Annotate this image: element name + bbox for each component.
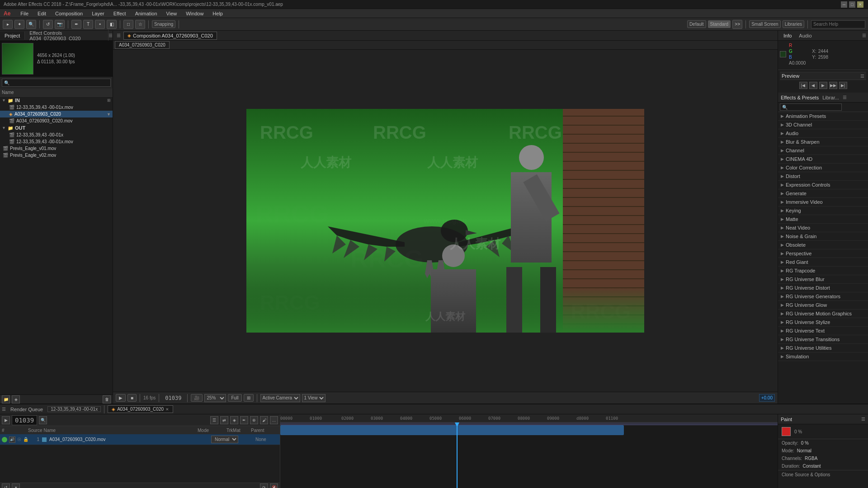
effect-simulation[interactable]: ▶ Simulation <box>778 352 868 361</box>
menu-animation[interactable]: Animation <box>133 10 159 17</box>
item-eagle1[interactable]: 🎬 Previs_Eagle_v01.mov <box>0 145 113 152</box>
workspace-expand[interactable]: >> <box>732 20 742 29</box>
effect-rg-universe-distort[interactable]: ▶ RG Universe Distort <box>778 284 868 292</box>
tool-text[interactable]: T <box>83 20 93 29</box>
render-btn[interactable]: 🎥 <box>191 394 203 402</box>
effect-audio[interactable]: ▶ Audio <box>778 129 868 138</box>
tab-info[interactable]: Info <box>780 32 795 39</box>
tl-motion-btn[interactable]: ◈ <box>230 416 238 424</box>
menu-file[interactable]: File <box>19 10 30 17</box>
effect-rg-universe-text[interactable]: ▶ RG Universe Text <box>778 327 868 335</box>
preview-play-btn[interactable]: ▶ <box>116 394 126 402</box>
menu-view[interactable]: View <box>165 10 179 17</box>
panel-menu-btn[interactable]: ☰ <box>108 33 113 38</box>
prev-last-btn[interactable]: ▶| <box>839 82 847 89</box>
effect-perspective[interactable]: ▶ Perspective <box>778 249 868 258</box>
delete-btn[interactable]: 🗑 <box>103 395 111 404</box>
tl-search-btn[interactable]: 🔍 <box>39 416 47 424</box>
layer-solo-btn[interactable]: ☉ <box>17 437 21 442</box>
prev-forward-btn[interactable]: ▶▶ <box>829 82 837 89</box>
effect-cinema4d[interactable]: ▶ CINEMA 4D <box>778 155 868 164</box>
item-comp[interactable]: ◈ A034_07260903_C020 ▼ <box>0 111 113 117</box>
project-search-input[interactable] <box>2 79 111 87</box>
preview-stop-btn[interactable]: ■ <box>127 394 137 402</box>
effect-generate[interactable]: ▶ Generate <box>778 189 868 198</box>
prev-play-btn[interactable]: ▶ <box>819 82 827 89</box>
tl-play-pause[interactable]: ▶ <box>2 416 10 424</box>
tab-project[interactable]: Project <box>0 32 25 40</box>
effect-rg-universe-generators[interactable]: ▶ RG Universe Generators <box>778 292 868 301</box>
tl-pen-btn[interactable]: ✒ <box>240 416 248 424</box>
tool-move[interactable]: ✦ <box>14 20 24 29</box>
effect-rg-universe-glow[interactable]: ▶ RG Universe Glow <box>778 301 868 310</box>
tab-effect-controls[interactable]: Effect Controls A034_07260903_C020 <box>25 29 108 42</box>
menu-help[interactable]: Help <box>211 10 225 17</box>
playhead[interactable] <box>457 422 458 488</box>
layer-vis-btn[interactable] <box>2 437 7 442</box>
effect-3d-channel[interactable]: ▶ 3D Channel <box>778 121 868 129</box>
tool-shape[interactable]: □ <box>123 20 133 29</box>
tl-mute-btn[interactable]: 🔇 <box>270 483 278 488</box>
tab-composition[interactable]: ◈ Composition A034_07260903_C020 <box>123 32 217 40</box>
item-eagle2[interactable]: 🎬 Previs_Eagle_v02.mov <box>0 152 113 159</box>
menu-edit[interactable]: Edit <box>36 10 48 17</box>
tl-add-marker-btn[interactable]: ▾ <box>12 483 20 488</box>
item-comp-mov[interactable]: 🎬 A034_07260903_C020.mov <box>0 117 113 124</box>
menu-composition[interactable]: Composition <box>53 10 85 17</box>
tab-audio[interactable]: Audio <box>795 32 815 39</box>
timeline-comp-tab[interactable]: ◈ A034_07260903_C020 ✕ <box>108 405 173 413</box>
maximize-btn[interactable]: □ <box>849 1 855 8</box>
tool-select[interactable]: ▸ <box>3 20 13 29</box>
effect-blur-sharpen[interactable]: ▶ Blur & Sharpen <box>778 138 868 146</box>
tool-brush[interactable]: ⚬ <box>95 20 105 29</box>
tl-comp-close[interactable]: ✕ <box>165 407 169 412</box>
prev-back-btn[interactable]: ◀ <box>809 82 817 89</box>
tl-draft-btn[interactable]: ⟳ <box>260 483 268 488</box>
tool-puppet[interactable]: ☆ <box>135 20 145 29</box>
item-out1[interactable]: 🎬 12-33,35,39,43 -00-01x <box>0 131 113 138</box>
render-queue-label[interactable]: Render Queue <box>8 407 46 412</box>
comp-panel-menu[interactable]: ☰ <box>115 33 123 38</box>
create-folder-btn[interactable]: 📁 <box>2 395 10 404</box>
minimize-btn[interactable]: ─ <box>841 1 847 8</box>
item-mov1[interactable]: 🎬 12-33,35,39,43 -00-01x.mov <box>0 104 113 111</box>
layer-lock-btn[interactable]: 🔒 <box>23 437 28 442</box>
effect-channel[interactable]: ▶ Channel <box>778 146 868 155</box>
effect-animation-presets[interactable]: ▶ Animation Presets <box>778 112 868 121</box>
effects-search-input[interactable] <box>780 103 842 111</box>
effect-color-correction[interactable]: ▶ Color Correction <box>778 164 868 172</box>
paint-fg-color[interactable] <box>782 427 791 436</box>
view-select[interactable]: 1 View <box>302 394 326 402</box>
close-btn[interactable]: ✕ <box>857 1 863 8</box>
snapping-label[interactable]: Snapping <box>152 20 175 28</box>
effect-matte[interactable]: ▶ Matte <box>778 215 868 224</box>
tl-loop-btn[interactable]: ↺ <box>2 483 10 488</box>
tool-rotate[interactable]: ↺ <box>43 20 53 29</box>
item-out2[interactable]: 🎬 12-33,35,39,43 -00-01x.mov <box>0 138 113 145</box>
tool-pen[interactable]: ✒ <box>71 20 81 29</box>
prev-first-btn[interactable]: |◀ <box>799 82 807 89</box>
camera-select[interactable]: Active Camera <box>260 394 300 402</box>
effect-neat-video[interactable]: ▶ Neat Video <box>778 224 868 232</box>
effect-rg-universe-utilities[interactable]: ▶ RG Universe Utilities <box>778 344 868 352</box>
tl-layer-btn[interactable]: ☰ <box>210 416 218 424</box>
layer-track-1[interactable] <box>280 425 624 435</box>
effect-red-giant[interactable]: ▶ Red Giant <box>778 258 868 267</box>
workspace-small-screen[interactable]: Small Screen <box>749 20 780 28</box>
folder-out[interactable]: ▼ 📁 OUT <box>0 124 113 131</box>
effect-noise-grain[interactable]: ▶ Noise & Grain <box>778 232 868 241</box>
tool-camera[interactable]: 📷 <box>55 20 65 29</box>
workspace-standard[interactable]: Standard <box>708 20 731 28</box>
effect-expression[interactable]: ▶ Expression Controls <box>778 181 868 189</box>
effect-obsolete[interactable]: ▶ Obsolete <box>778 241 868 249</box>
search-help-input[interactable] <box>811 20 865 28</box>
effects-panel-menu[interactable]: ☰ <box>843 95 847 100</box>
layer-mode-1[interactable]: Normal <box>211 436 238 443</box>
tool-zoom[interactable]: 🔍 <box>26 20 36 29</box>
paint-panel-menu[interactable]: ☰ <box>861 417 865 422</box>
folder-in-expand[interactable]: ⊞ <box>107 98 111 103</box>
tl-panel-menu[interactable]: ☰ <box>2 407 6 412</box>
tl-more-btn[interactable]: … <box>270 416 278 424</box>
timecode-current[interactable]: 01039 <box>12 415 37 425</box>
effect-distort[interactable]: ▶ Distort <box>778 172 868 181</box>
